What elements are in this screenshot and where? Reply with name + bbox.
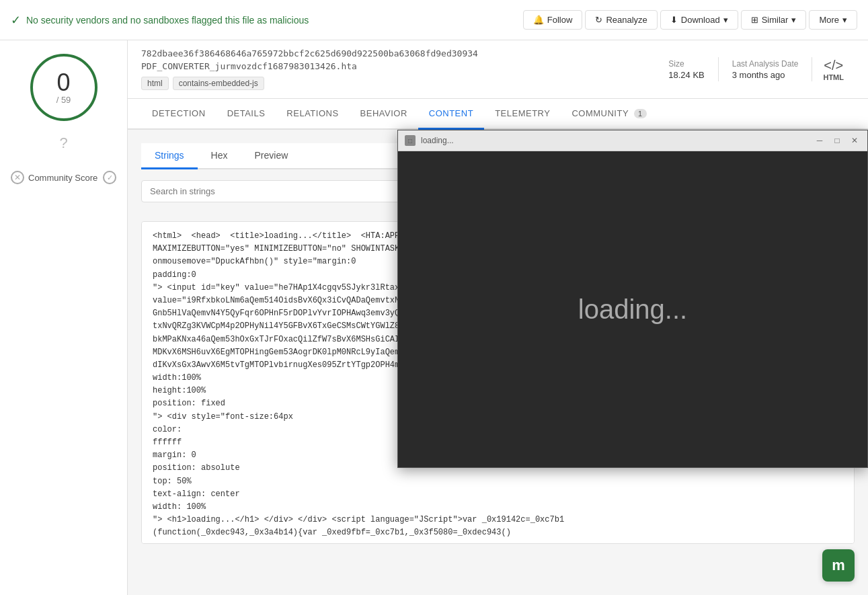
similar-icon: ⊞ [751,15,758,25]
analysis-date-value: 3 months ago [732,70,799,80]
tab-telemetry[interactable]: TELEMETRY [484,99,561,130]
score-circle: 0 / 59 [30,54,97,121]
size-label: Size [668,59,705,69]
confirm-community-score-button[interactable]: ✓ [103,171,116,184]
reanalyze-button[interactable]: ↻ Reanalyze [585,10,657,30]
header-bar: ✓ No security vendors and no sandboxes f… [0,0,868,40]
main-panel: Strings Hex Preview <html> <head> <title… [128,130,868,595]
more-button[interactable]: More ▾ [809,10,857,30]
preview-overlay: □ loading... ─ □ ✕ loading... [397,130,868,468]
download-icon: ⬇ [670,15,678,25]
close-button[interactable]: ✕ [849,134,861,147]
sub-tab-strings[interactable]: Strings [141,143,198,169]
chevron-down-icon: ▾ [723,15,728,25]
bell-icon: 🔔 [533,15,544,25]
community-score-section: ✕ Community Score ✓ [11,171,116,184]
preview-body: loading... [398,151,867,467]
tab-community[interactable]: COMMUNITY 1 [561,99,657,130]
status-text: No security vendors and no sandboxes fla… [26,15,309,26]
similar-button[interactable]: ⊞ Similar ▾ [741,10,807,30]
chevron-down-icon-3: ▾ [842,15,847,25]
score-number: 0 [56,71,70,95]
tag-contains-embedded-js[interactable]: contains-embedded-js [173,77,264,90]
file-name: PDF_CONVERTER_jurmvozdcf1687983013426.ht… [141,61,644,71]
preview-controls: ─ □ ✕ [814,134,861,147]
refresh-icon: ↻ [595,15,602,25]
tab-detection[interactable]: DETECTION [141,99,216,130]
remove-community-score-button[interactable]: ✕ [11,171,24,184]
main-layout: 0 / 59 ? ✕ Community Score ✓ 782dbaee36f… [0,40,868,595]
tabs-bar: DETECTION DETAILS RELATIONS BEHAVIOR CON… [128,99,868,130]
preview-loading-text: loading... [578,294,687,325]
file-type-badge: </> HTML [812,57,855,81]
preview-titlebar: □ loading... ─ □ ✕ [398,130,867,151]
sidebar: 0 / 59 ? ✕ Community Score ✓ [0,40,128,595]
file-analysis-date-item: Last Analysis Date 3 months ago [719,57,813,81]
check-circle-icon: ✓ [11,13,21,28]
malwarebytes-logo: m [822,549,855,582]
sub-tab-preview[interactable]: Preview [241,143,301,169]
file-meta: Size 18.24 KB Last Analysis Date 3 month… [655,57,855,81]
preview-title: loading... [421,136,808,145]
header-status: ✓ No security vendors and no sandboxes f… [11,13,518,28]
minimize-button[interactable]: ─ [814,134,826,147]
download-button[interactable]: ⬇ Download ▾ [660,10,738,30]
maximize-button[interactable]: □ [831,134,843,147]
sub-tab-hex[interactable]: Hex [198,143,241,169]
size-value: 18.24 KB [668,70,705,80]
follow-button[interactable]: 🔔 Follow [523,10,583,30]
question-mark-icon: ? [59,134,67,152]
header-actions: 🔔 Follow ↻ Reanalyze ⬇ Download ▾ ⊞ Simi… [523,10,857,30]
file-tags: html contains-embedded-js [141,77,644,90]
tab-relations[interactable]: RELATIONS [276,99,349,130]
file-info-bar: 782dbaee36f386468646a765972bbcf2c625d690… [128,40,868,99]
file-hashes: 782dbaee36f386468646a765972bbcf2c625d690… [141,48,644,90]
preview-window-icon: □ [405,135,416,146]
analysis-date-label: Last Analysis Date [732,59,799,69]
community-score-label: Community Score [28,173,99,183]
file-size-item: Size 18.24 KB [655,57,719,81]
tag-html[interactable]: html [141,77,169,90]
tab-content[interactable]: CONTENT [418,99,484,130]
file-hash: 782dbaee36f386468646a765972bbcf2c625d690… [141,48,644,58]
chevron-down-icon-2: ▾ [791,15,796,25]
html-type-text: HTML [823,73,844,81]
score-total: / 59 [56,95,71,105]
html-code-icon: </> [824,57,843,73]
tab-behavior[interactable]: BEHAVIOR [350,99,418,130]
community-badge: 1 [634,109,647,118]
tab-details[interactable]: DETAILS [216,99,276,130]
content-area: 782dbaee36f386468646a765972bbcf2c625d690… [128,40,868,595]
